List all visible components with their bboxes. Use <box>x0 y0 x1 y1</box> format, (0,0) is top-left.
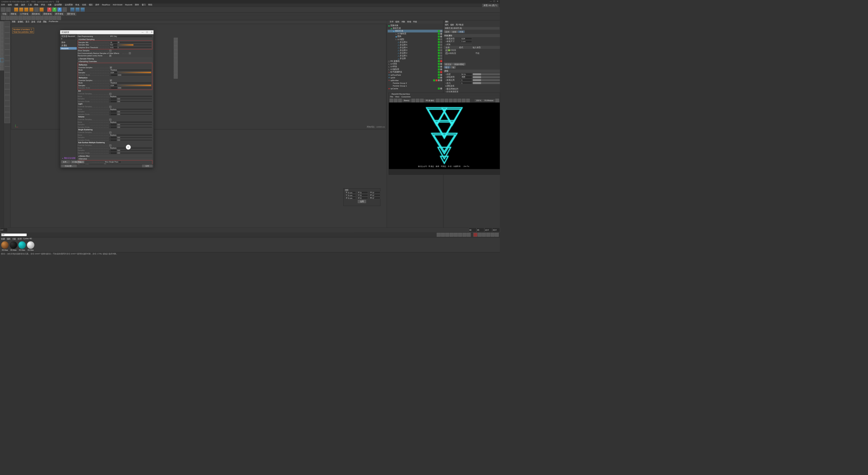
tree-item[interactable]: ◈体积生成 <box>388 27 442 30</box>
tree-item[interactable]: △多边形 <box>388 57 442 60</box>
ticon-11[interactable] <box>44 16 48 20</box>
material-item[interactable]: RS Mate <box>27 241 34 249</box>
tree-item[interactable]: ✦xpKill <box>388 76 442 79</box>
viewport-tab[interactable]: 选项 <box>31 20 35 23</box>
texture-mode-icon[interactable] <box>0 25 4 30</box>
refl-override-check[interactable] <box>110 66 112 69</box>
attr-tool-button[interactable]: 喷渲染 <box>444 63 452 65</box>
ticon-9[interactable] <box>36 16 40 20</box>
rv-zoom[interactable]: 150 % <box>475 99 482 102</box>
rv-btn[interactable] <box>412 99 415 102</box>
ticon-13[interactable] <box>53 16 57 20</box>
tree-item[interactable]: LL0 背景 <box>388 62 442 65</box>
rv-channel-dropdown[interactable]: Beauty <box>402 99 411 102</box>
maximize-icon[interactable]: ☐ <box>493 0 495 2</box>
tag-icon[interactable] <box>433 79 435 81</box>
tag-icon[interactable] <box>438 52 440 54</box>
viewport-tab[interactable]: 过滤 <box>37 20 41 23</box>
mid-icon[interactable] <box>174 58 178 62</box>
viewport-tab[interactable]: 查看 <box>12 20 16 23</box>
pal-12[interactable] <box>4 84 10 89</box>
move-tool[interactable] <box>19 7 23 12</box>
tag-icon[interactable] <box>440 44 442 46</box>
tag-icon[interactable] <box>440 57 442 59</box>
menu-item[interactable]: Redshift <box>125 3 132 6</box>
viewport-tab[interactable]: ProRender <box>49 20 58 23</box>
rv-play-icon[interactable] <box>390 99 393 102</box>
tag-icon[interactable] <box>440 88 442 90</box>
tag-icon[interactable] <box>440 69 442 71</box>
menu-item[interactable]: 创建 <box>15 3 19 6</box>
timeline-current[interactable] <box>469 228 476 232</box>
tag-icon[interactable] <box>438 33 440 35</box>
timeline[interactable] <box>0 227 500 232</box>
tree-item[interactable]: △多边形 4 <box>388 46 442 49</box>
tag-icon[interactable] <box>440 71 442 73</box>
ticon-3[interactable] <box>10 16 14 20</box>
attr-tab[interactable]: 坐标 <box>451 31 458 33</box>
field-type-tab[interactable]: 圆环体域 <box>66 13 76 16</box>
tree-item[interactable]: ✦xpFlowField <box>388 74 442 76</box>
pal-15[interactable] <box>4 101 10 106</box>
tag-icon[interactable] <box>438 44 440 46</box>
goto-end-icon[interactable] <box>467 233 471 237</box>
override-tab[interactable]: 覆盖 <box>444 66 451 69</box>
viewport-tab[interactable]: 显示 <box>25 20 29 23</box>
tag-icon[interactable] <box>438 30 440 32</box>
tag-icon[interactable] <box>440 33 442 35</box>
timeline-end2[interactable] <box>484 228 492 232</box>
workplane-mode-icon[interactable] <box>0 30 4 34</box>
pal-1[interactable] <box>4 21 10 27</box>
menu-item[interactable]: RealFlow <box>102 3 110 6</box>
dialog-titlebar[interactable]: 渲染设置 —☐✕ <box>60 30 153 34</box>
obj-manager-tab[interactable]: 编辑 <box>395 20 399 23</box>
last-tool[interactable] <box>34 7 39 12</box>
tag-icon[interactable] <box>440 55 442 57</box>
render-view-button[interactable] <box>70 7 75 12</box>
misc-icon[interactable] <box>0 66 4 71</box>
show-samples-check[interactable] <box>110 50 112 52</box>
tree-item[interactable]: ■xpCache <box>388 87 442 90</box>
ticon-4[interactable] <box>14 16 18 20</box>
pal-2[interactable] <box>4 27 10 32</box>
viewport-tab[interactable]: 摄像机 <box>18 20 23 23</box>
rv-btn[interactable] <box>436 99 439 102</box>
y-axis-toggle[interactable]: Y <box>52 7 57 12</box>
tag-icon[interactable] <box>438 57 440 59</box>
denoise-engine-dropdown[interactable]: Altus Single Pass <box>104 161 121 163</box>
attr-tab[interactable]: 对象 <box>458 31 465 33</box>
point-mode-icon[interactable] <box>0 34 4 38</box>
tree-item[interactable]: LL0 掩角层 <box>388 68 442 71</box>
rv-menu-item[interactable]: Customize <box>401 96 410 98</box>
refr-mode-dropdown[interactable]: Replace <box>110 81 152 84</box>
pal-8[interactable] <box>4 61 10 66</box>
menu-item[interactable]: 选择 <box>21 3 25 6</box>
mid-icon[interactable] <box>174 62 178 66</box>
world-toggle[interactable] <box>62 7 67 12</box>
attr-subtab[interactable]: 编辑 <box>450 23 454 26</box>
render-settings-button-2[interactable]: 渲染设置... <box>61 165 77 167</box>
tree-item[interactable]: △多边形 6 <box>388 41 442 43</box>
pal-4[interactable] <box>4 38 10 44</box>
obj-manager-tab[interactable]: 书签 <box>413 20 417 23</box>
x-axis-toggle[interactable]: X <box>47 7 52 12</box>
next-frame-icon[interactable] <box>458 233 462 237</box>
mat-menu-item[interactable]: 纹理 <box>18 238 22 240</box>
tree-item[interactable]: △多边形 5 <box>388 43 442 46</box>
ticon-7[interactable] <box>27 16 31 20</box>
field-type-tab[interactable]: 球体域 <box>9 13 17 16</box>
timeline-end[interactable] <box>476 228 484 232</box>
timeline-ruler[interactable] <box>8 228 469 232</box>
scale-tool[interactable] <box>24 7 28 12</box>
rv-btn[interactable] <box>449 99 452 102</box>
rv-btn[interactable] <box>440 99 444 102</box>
tag-icon[interactable] <box>440 36 442 38</box>
tree-item[interactable]: ·Particle Group 1 <box>388 84 442 87</box>
rv-refresh-icon[interactable] <box>398 99 401 102</box>
tag-icon[interactable] <box>438 74 440 76</box>
renderer-dropdown[interactable]: 渲染器 Redshift ▾ <box>61 35 76 40</box>
tag-icon[interactable] <box>440 38 442 40</box>
tag-icon[interactable] <box>438 60 440 62</box>
tag-icon[interactable] <box>438 55 440 57</box>
tag-icon[interactable] <box>438 77 440 79</box>
